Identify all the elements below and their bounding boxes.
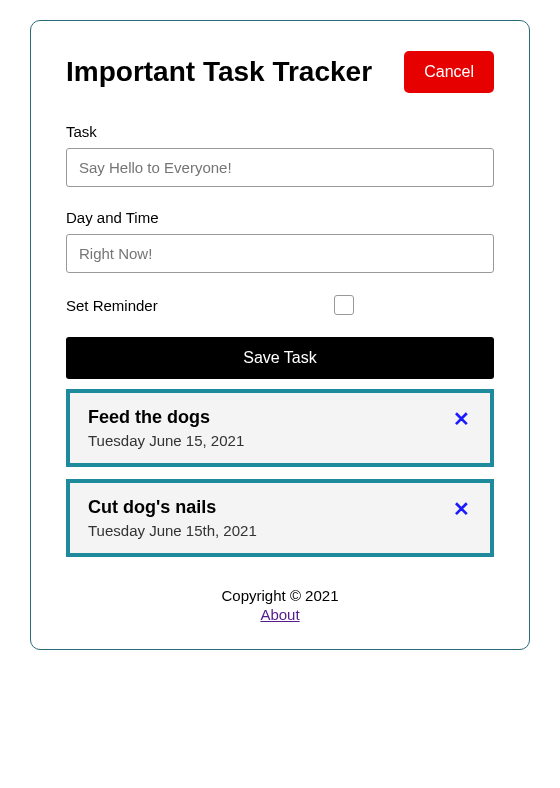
task-card: Feed the dogs Tuesday June 15, 2021 ✕ (66, 389, 494, 467)
task-label: Task (66, 123, 494, 140)
task-info: Cut dog's nails Tuesday June 15th, 2021 (88, 497, 451, 539)
daytime-label: Day and Time (66, 209, 494, 226)
reminder-checkbox[interactable] (334, 295, 354, 315)
app-container: Important Task Tracker Cancel Task Day a… (30, 20, 530, 650)
save-button[interactable]: Save Task (66, 337, 494, 379)
page-title: Important Task Tracker (66, 53, 372, 91)
task-field-group: Task (66, 123, 494, 187)
task-date: Tuesday June 15, 2021 (88, 432, 451, 449)
header: Important Task Tracker Cancel (66, 51, 494, 93)
task-name: Feed the dogs (88, 407, 451, 428)
task-card: Cut dog's nails Tuesday June 15th, 2021 … (66, 479, 494, 557)
footer: Copyright © 2021 About (66, 587, 494, 624)
about-link[interactable]: About (260, 606, 299, 623)
task-info: Feed the dogs Tuesday June 15, 2021 (88, 407, 451, 449)
task-name: Cut dog's nails (88, 497, 451, 518)
reminder-row: Set Reminder (66, 295, 494, 315)
reminder-label: Set Reminder (66, 297, 334, 314)
task-date: Tuesday June 15th, 2021 (88, 522, 451, 539)
close-icon[interactable]: ✕ (451, 497, 472, 521)
task-input[interactable] (66, 148, 494, 187)
cancel-button[interactable]: Cancel (404, 51, 494, 93)
daytime-input[interactable] (66, 234, 494, 273)
close-icon[interactable]: ✕ (451, 407, 472, 431)
copyright-text: Copyright © 2021 (66, 587, 494, 604)
daytime-field-group: Day and Time (66, 209, 494, 273)
